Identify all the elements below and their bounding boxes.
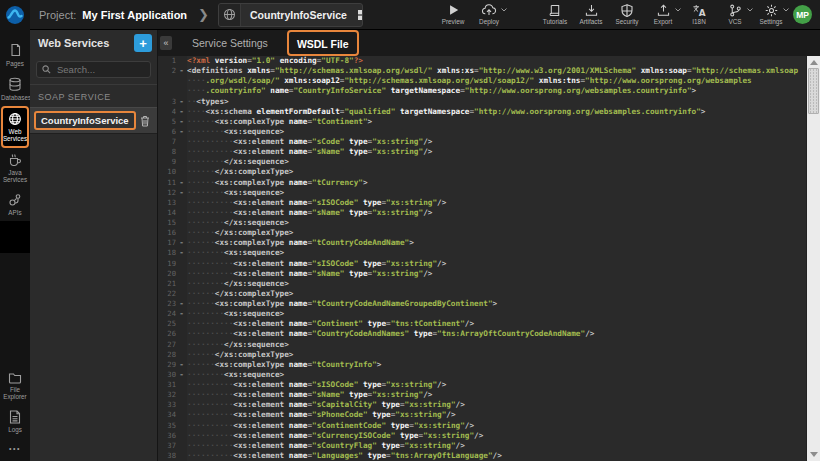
code-line: ····.org/wsdl/soap/" xmlns:soap12="http:… — [158, 76, 806, 86]
code-line: 25··········<xs:element name="Continent"… — [158, 319, 806, 329]
export-button[interactable]: Export — [645, 0, 681, 30]
service-list-item[interactable]: CountryInfoService — [30, 107, 157, 134]
line-number: 9 — [158, 157, 176, 167]
tab-wsdl-file-highlight[interactable]: WSDL File — [287, 30, 359, 56]
book-icon — [549, 4, 561, 17]
line-number: 36 — [158, 431, 176, 441]
fold-toggle[interactable]: - — [176, 188, 187, 198]
fold-toggle[interactable]: - — [176, 97, 187, 107]
preview-button[interactable]: Preview — [435, 0, 471, 30]
fold-gutter — [176, 350, 187, 360]
fold-gutter — [176, 279, 187, 289]
code-text: ······</xs:complexType> — [187, 167, 806, 177]
grid-icon[interactable] — [357, 9, 363, 21]
service-tab-label: CountryInfoService — [250, 9, 347, 21]
code-text: ······<xs:complexType name="tContinent"> — [187, 117, 806, 127]
deploy-button[interactable]: Deploy — [471, 0, 507, 30]
app-logo[interactable] — [0, 0, 30, 30]
sidebar-item-file-explorer[interactable]: File Explorer — [0, 367, 30, 405]
line-number: 2 — [158, 66, 176, 76]
scroll-up-arrow[interactable] — [810, 60, 818, 65]
line-number: 35 — [158, 421, 176, 431]
fold-toggle[interactable]: - — [176, 178, 187, 188]
breadcrumb-chevron-icon: ❯ — [198, 7, 209, 22]
code-text: ········</xs:sequence> — [187, 279, 806, 289]
sidebar-item-pages[interactable]: Pages — [0, 38, 30, 72]
line-number: 23 — [158, 299, 176, 309]
panel-collapse-button[interactable]: « — [160, 36, 172, 50]
i18n-button[interactable]: A I18N — [681, 0, 717, 30]
code-text: ··········<xs:element name="Continent" t… — [187, 319, 806, 329]
code-text: ··········<xs:element name="sCode" type=… — [187, 137, 806, 147]
code-line: 22······</xs:complexType> — [158, 289, 806, 299]
code-text: ··········<xs:element name="sName" type=… — [187, 269, 806, 279]
code-line: 5-······<xs:complexType name="tContinent… — [158, 117, 806, 127]
line-number: 15 — [158, 218, 176, 228]
icon-sidebar: Pages Databases Web Services — [0, 30, 30, 461]
tab-service-settings[interactable]: Service Settings — [181, 37, 279, 49]
fold-gutter — [176, 86, 187, 96]
search-box[interactable] — [36, 61, 151, 78]
main-area: « Service Settings WSDL File 1<?xml vers… — [158, 30, 820, 461]
topbar: Project: My First Application ❯ CountryI… — [0, 0, 820, 30]
code-text: ··<types> — [187, 97, 806, 107]
plug-icon — [8, 193, 22, 207]
fold-toggle[interactable]: - — [176, 248, 187, 258]
sidebar-item-apis[interactable]: APIs — [0, 188, 30, 221]
sidebar-item-logs[interactable]: Logs — [0, 405, 30, 438]
code-line: 34··········<xs:element name="sPhoneCode… — [158, 410, 806, 420]
code-line: 8··········<xs:element name="sName" type… — [158, 147, 806, 157]
sidebar-item-databases[interactable]: Databases — [0, 72, 30, 106]
code-text: ········</xs:sequence> — [187, 218, 806, 228]
sidebar-overflow-button[interactable]: ••• — [9, 445, 21, 452]
code-text: ········<xs:sequence> — [187, 370, 806, 380]
code-line: ····.countryinfo" name="CountryInfoServi… — [158, 86, 806, 96]
add-service-button[interactable]: + — [134, 34, 152, 52]
code-text: ······<xs:complexType name="tCountryCode… — [187, 238, 806, 248]
code-text: ········</xs:sequence> — [187, 157, 806, 167]
upload-icon — [657, 4, 670, 17]
artifacts-button[interactable]: Artifacts — [573, 0, 609, 30]
fold-gutter — [176, 400, 187, 410]
editor-scrollbar[interactable] — [806, 56, 820, 461]
line-number: 18 — [158, 248, 176, 258]
sidebar-item-java-services[interactable]: Java Services — [0, 148, 30, 188]
vcs-button[interactable]: VCS — [717, 0, 753, 30]
code-line: 33··········<xs:element name="sCapitalCi… — [158, 400, 806, 410]
fold-toggle[interactable]: - — [176, 238, 187, 248]
code-editor[interactable]: 1<?xml version="1.0" encoding="UTF-8"?>2… — [158, 56, 806, 461]
search-input[interactable] — [55, 63, 145, 76]
fold-toggle[interactable]: - — [176, 107, 187, 117]
fold-toggle[interactable]: - — [176, 370, 187, 380]
line-number: 17 — [158, 238, 176, 248]
code-text: ··········<xs:element name="sISOCode" ty… — [187, 259, 806, 269]
project-breadcrumb: Project: My First Application — [39, 9, 187, 21]
fold-toggle[interactable]: - — [176, 66, 187, 76]
fold-toggle[interactable]: - — [176, 309, 187, 319]
avatar[interactable]: MP — [793, 5, 812, 24]
panel-header: Web Services + — [30, 30, 157, 56]
service-tab[interactable]: CountryInfoService — [218, 3, 363, 27]
line-number: 13 — [158, 198, 176, 208]
fold-toggle[interactable]: - — [176, 360, 187, 370]
settings-button[interactable]: Settings — [753, 0, 789, 30]
fold-toggle[interactable]: - — [176, 127, 187, 137]
sidebar-item-web-services[interactable]: Web Services — [1, 106, 29, 148]
trash-icon[interactable] — [140, 115, 150, 127]
line-number: 14 — [158, 208, 176, 218]
code-text: ··········<xs:element name="sCountryFlag… — [187, 441, 806, 451]
service-item-name[interactable]: CountryInfoService — [34, 111, 136, 130]
code-text: <?xml version="1.0" encoding="UTF-8"?> — [187, 56, 806, 66]
security-button[interactable]: Security — [609, 0, 645, 30]
fold-gutter — [176, 147, 187, 157]
tab-wsdl-file: WSDL File — [297, 38, 349, 50]
fold-toggle[interactable]: - — [176, 117, 187, 127]
line-number: 19 — [158, 259, 176, 269]
code-line: 28······</xs:complexType> — [158, 350, 806, 360]
scroll-down-arrow[interactable] — [810, 452, 818, 457]
section-title: SOAP SERVICE — [30, 84, 157, 107]
tutorials-button[interactable]: Tutorials — [537, 0, 573, 30]
scrollbar-thumb[interactable] — [808, 68, 819, 114]
fold-toggle[interactable]: - — [176, 299, 187, 309]
cloud-upload-icon — [481, 4, 497, 16]
